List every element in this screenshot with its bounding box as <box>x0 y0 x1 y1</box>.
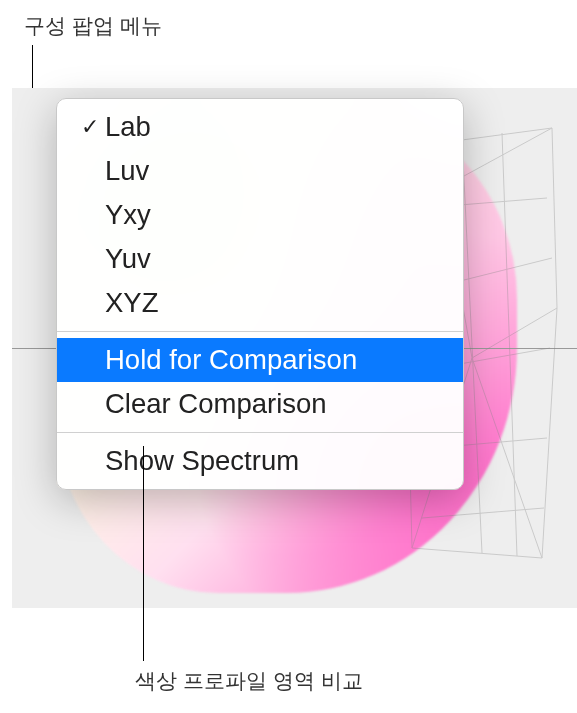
menu-separator <box>57 432 463 433</box>
menu-item-yuv[interactable]: Yuv <box>57 237 463 281</box>
check-icon: ✓ <box>75 116 105 138</box>
menu-item-yxy[interactable]: Yxy <box>57 193 463 237</box>
menu-item-show-spectrum[interactable]: Show Spectrum <box>57 439 463 483</box>
menu-item-lab[interactable]: ✓ Lab <box>57 105 463 149</box>
menu-item-label: Clear Comparison <box>105 388 445 420</box>
menu-item-label: XYZ <box>105 287 445 319</box>
menu-item-label: Yuv <box>105 243 445 275</box>
callout-label-top: 구성 팝업 메뉴 <box>24 12 162 40</box>
menu-separator <box>57 331 463 332</box>
menu-item-label: Yxy <box>105 199 445 231</box>
menu-item-label: Hold for Comparison <box>105 344 445 376</box>
menu-item-label: Luv <box>105 155 445 187</box>
menu-item-label: Show Spectrum <box>105 445 445 477</box>
callout-line <box>143 446 144 661</box>
composition-popup-menu: ✓ Lab Luv Yxy Yuv XYZ Hold for Compariso… <box>56 98 464 490</box>
menu-item-clear-comparison[interactable]: Clear Comparison <box>57 382 463 426</box>
menu-item-xyz[interactable]: XYZ <box>57 281 463 325</box>
menu-item-label: Lab <box>105 111 445 143</box>
callout-label-bottom: 색상 프로파일 영역 비교 <box>135 667 363 695</box>
menu-item-luv[interactable]: Luv <box>57 149 463 193</box>
menu-item-hold-comparison[interactable]: Hold for Comparison <box>57 338 463 382</box>
